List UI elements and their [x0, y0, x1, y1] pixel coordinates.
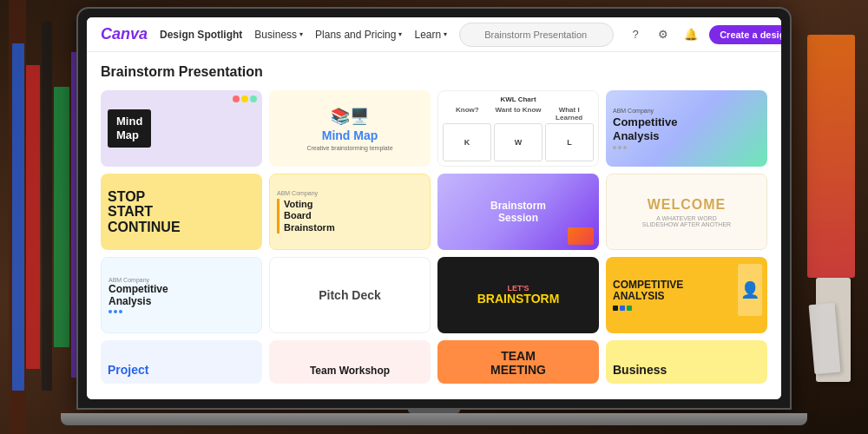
mind-map-label: MindMap: [108, 109, 151, 147]
template-competitive-2[interactable]: ABM Company CompetitiveAnalysis: [101, 257, 262, 333]
template-pitch-deck[interactable]: Pitch Deck: [269, 257, 431, 333]
main-content: Brainstorm Presentation MindMap: [87, 52, 781, 399]
ssc-text: STOPSTARTCONTINUE: [108, 189, 255, 235]
template-competitive-1[interactable]: ABM Company CompetitiveAnalysis: [606, 90, 767, 167]
create-design-button[interactable]: Create a design: [709, 25, 781, 44]
settings-icon[interactable]: ⚙: [654, 25, 673, 44]
kwl-col-l: L: [545, 123, 594, 161]
voting-title: VotingBoardBrainstorm: [277, 199, 335, 233]
template-lets-brainstorm[interactable]: LET'S BRAINSTORM: [437, 257, 599, 333]
help-icon[interactable]: ?: [626, 25, 645, 44]
nav-plans[interactable]: Plans and Pricing: [315, 29, 402, 41]
brainstorm-title: BRAINSTORM: [477, 293, 560, 306]
mind-map-2-title: Mind Map: [322, 128, 378, 142]
team-workshop-title: Team Workshop: [310, 365, 390, 377]
nav-learn[interactable]: Learn: [414, 29, 447, 41]
template-competitive-yellow[interactable]: 👤 COMPETITIVEANALYSIS: [606, 257, 767, 333]
search-input[interactable]: [459, 23, 614, 47]
laptop-screen: Canva Design Spotlight Business Plans an…: [78, 9, 790, 408]
notifications-icon[interactable]: 🔔: [681, 25, 700, 44]
templates-grid: MindMap 📚🖥️ Mind Map Creative brainstorm…: [101, 90, 767, 384]
competitive-2-company: ABM Company: [108, 277, 254, 283]
laptop-base: [61, 413, 807, 425]
template-mind-map-2[interactable]: 📚🖥️ Mind Map Creative brainstorming temp…: [269, 90, 431, 167]
template-brainstorm-session[interactable]: BrainstormSession: [437, 174, 599, 250]
nav-icons: ? ⚙ 🔔 Create a design: [626, 24, 781, 45]
template-project[interactable]: Project: [101, 340, 262, 384]
navigation: Canva Design Spotlight Business Plans an…: [87, 17, 781, 52]
template-team-workshop[interactable]: Team Workshop: [269, 340, 431, 384]
canva-logo[interactable]: Canva: [101, 25, 148, 43]
template-welcome[interactable]: WELCOME A WHATEVER WORDSLIDESHOW AFTER A…: [606, 174, 767, 250]
kwl-header: KWL Chart: [443, 95, 594, 103]
search-wrapper: 🔍: [459, 23, 614, 47]
kwl-col-w: W: [494, 123, 542, 161]
template-team-meeting[interactable]: TEAMMEETING: [437, 340, 599, 384]
template-business[interactable]: Business: [606, 340, 767, 384]
kwl-col-k: K: [443, 123, 491, 161]
competitive-2-title: CompetitiveAnalysis: [108, 283, 254, 308]
template-stop-start-continue[interactable]: STOPSTARTCONTINUE: [101, 174, 262, 250]
project-title: Project: [108, 363, 148, 377]
template-voting-board[interactable]: ABM Company VotingBoardBrainstorm: [269, 174, 431, 250]
template-kwl-chart[interactable]: KWL Chart Know? Want to Know What I Lear…: [437, 90, 599, 167]
business-title: Business: [613, 363, 760, 377]
voting-company: ABM Company: [277, 190, 318, 196]
nav-design-spotlight[interactable]: Design Spotlight: [160, 29, 242, 41]
team-meeting-title: TEAMMEETING: [490, 350, 546, 377]
template-mind-map-1[interactable]: MindMap: [101, 90, 262, 167]
pitch-deck-title: Pitch Deck: [319, 288, 381, 302]
competitive-1-company: ABM Company: [613, 108, 760, 114]
competitive-yellow-title: COMPETITIVEANALYSIS: [613, 279, 683, 302]
competitive-1-title: CompetitiveAnalysis: [613, 115, 760, 142]
welcome-subtitle: A WHATEVER WORDSLIDESHOW AFTER ANOTHER: [642, 215, 731, 227]
page-title: Brainstorm Presentation: [101, 64, 767, 80]
nav-business[interactable]: Business: [254, 29, 303, 41]
welcome-text: WELCOME: [648, 197, 727, 213]
brainstorm-session-title: BrainstormSession: [490, 200, 546, 225]
